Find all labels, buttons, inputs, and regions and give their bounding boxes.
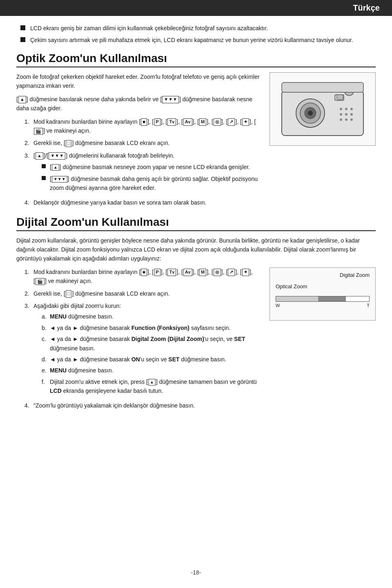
dijital-step-4: 4. "Zoom'lu görüntüyü yakalamak için dek…: [24, 401, 261, 410]
dijital-zoom-content: 1. Mod kadranını bunlardan birine ayarla…: [16, 267, 376, 414]
optik-zoom-title: Optik Zoom'un Kullanılması: [16, 52, 376, 67]
alpha-a-label: a.: [42, 312, 50, 321]
alpha-a: a. MENU düğmesine basın.: [42, 312, 261, 321]
alpha-c-text: ◄ ya da ► düğmesine basarak Digital Zoom…: [50, 334, 261, 353]
svg-point-12: [345, 113, 347, 116]
optik-sub-bullets: [▲] düğmesine basmak nesneye zoom yapar …: [33, 163, 261, 192]
zoom-diagram-box: Digital Zoom Optical Zoom W T: [270, 267, 376, 321]
dijital-steps: 1. Mod kadranını bunlardan birine ayarla…: [16, 267, 261, 410]
dijital-intro: Dijital zoom kullanılarak, görüntü geniş…: [16, 236, 376, 263]
svg-point-8: [340, 108, 342, 110]
d-step2-num: 2.: [24, 289, 33, 298]
intro-text-1: LCD ekranı geniş bir zaman dilimi için k…: [30, 24, 268, 33]
step4-text: Deklanşör düğmesine yarıya kadar basın v…: [33, 198, 206, 207]
main-content: LCD ekranı geniş bir zaman dilimi için k…: [0, 16, 392, 434]
d-step4-text: "Zoom'lu görüntüyü yakalamak için deklan…: [33, 401, 195, 410]
digital-zoom-fill: [318, 296, 346, 301]
step1-num: 1.: [24, 117, 33, 126]
svg-point-15: [345, 118, 347, 121]
d-step3-text: Aşağıdaki gibi dijital zoom'u kurun: a. …: [33, 301, 261, 398]
svg-point-11: [340, 113, 342, 116]
zoom-in2-icon: ▲: [36, 152, 43, 159]
zoom-w-label: W: [276, 303, 280, 308]
d-step1-text: Mod kadranını bunlardan birine ayarlayın…: [33, 267, 253, 286]
sub-bullet-2: [▼▼▼] düğmesine basmak daha geniş açılı …: [42, 174, 261, 193]
movie-icon: 🎬: [34, 128, 43, 135]
alpha-a-text: MENU düğmesine basın.: [50, 312, 114, 321]
d-star-icon: ✦: [242, 269, 249, 276]
sub-bullet-text-2: [▼▼▼] düğmesine basmak daha geniş açılı …: [50, 174, 261, 193]
d-portrait-icon: ↗: [228, 269, 235, 276]
alpha-b-label: b.: [42, 323, 50, 332]
optik-step-2: 2. Gerekli ise, [□] düğmesine basarak LC…: [24, 138, 261, 147]
auto-icon: ■: [141, 118, 147, 125]
portrait-icon: ↗: [228, 118, 235, 125]
optik-zoom-content: Zoom ile fotoğraf çekerken objektif hare…: [16, 72, 376, 212]
optik-step-1: 1. Mod kadranını bunlardan birine ayarla…: [24, 117, 261, 136]
zoom-bar-labels: W T: [276, 303, 370, 308]
alpha-f-text: Dijital zoom'u aktive etmek için, press …: [50, 377, 261, 396]
zoom-t-label: T: [367, 303, 370, 308]
optical-zoom-label: Optical Zoom: [276, 283, 307, 290]
zoom-out2-icon: ▼▼▼: [49, 152, 65, 159]
alpha-b: b. ◄ ya da ► düğmesine basarak Function …: [42, 323, 261, 332]
av-icon: Av: [183, 118, 192, 125]
d-step2-text: Gerekli ise, [□] düğmesine basarak LCD e…: [33, 289, 169, 298]
bullet-icon-1: [20, 25, 25, 30]
tv-icon: Tv: [167, 118, 176, 125]
svg-point-4: [308, 111, 313, 116]
zoom-diagram: Digital Zoom Optical Zoom W T: [270, 267, 376, 321]
page-footer: -18-: [0, 561, 392, 584]
d-auto-icon: ■: [141, 269, 147, 276]
optik-step-3: 3. [▲]/[▼▼▼] düğmelerini kullanarak foto…: [24, 151, 261, 195]
optik-intro1: Zoom ile fotoğraf çekerken objektif hare…: [16, 72, 261, 91]
optik-intro3: [▲] düğmesine basılarak nesne daha yakın…: [16, 95, 261, 113]
optik-steps: 1. Mod kadranını bunlardan birine ayarla…: [16, 117, 261, 207]
d-movie-icon: 🎬: [36, 278, 45, 285]
zoom-bar-container: W T: [276, 296, 370, 308]
svg-point-13: [350, 113, 353, 116]
camera-svg: [278, 78, 368, 140]
step3-text: [▲]/[▼▼▼] düğmelerini kullanarak fotoğra…: [33, 151, 261, 195]
m-icon: M: [199, 118, 206, 125]
lcd-icon: □: [66, 140, 72, 147]
svg-point-16: [350, 118, 353, 121]
zoom-bar-track: [276, 296, 370, 302]
d-step4-num: 4.: [24, 401, 33, 410]
zoom-in-icon: ▲: [18, 96, 26, 103]
dijital-step-1: 1. Mod kadranını bunlardan birine ayarla…: [24, 267, 261, 286]
intro-bullet-1: LCD ekranı geniş bir zaman dilimi için k…: [20, 24, 376, 33]
svg-point-14: [340, 118, 342, 121]
step4-num: 4.: [24, 198, 33, 207]
alpha-f-label: f.: [42, 377, 50, 386]
alpha-f: f. Dijital zoom'u aktive etmek için, pre…: [42, 377, 261, 396]
optik-zoom-text: Zoom ile fotoğraf çekerken objektif hare…: [16, 72, 261, 212]
page-header: Türkçe: [0, 0, 392, 16]
alpha-c: c. ◄ ya da ► düğmesine basarak Digital Z…: [42, 334, 261, 353]
step3-num: 3.: [24, 151, 33, 160]
step2-text: Gerekli ise, [□] düğmesine basarak LCD e…: [33, 138, 169, 147]
step2-num: 2.: [24, 138, 33, 147]
dijital-alpha-list: a. MENU düğmesine basın. b. ◄ ya da ► dü…: [33, 312, 261, 395]
alpha-e-text: MENU düğmesine basın.: [50, 366, 114, 375]
d-p-icon: P: [154, 269, 160, 276]
alpha-d-text: ◄ ya da ► düğmesine basarak ON'u seçin v…: [50, 355, 226, 364]
d-step3-num: 3.: [24, 301, 33, 310]
camera-image-box: [270, 72, 376, 146]
digital-zoom-label: Digital Zoom: [340, 272, 370, 278]
dijital-zoom-title: Dijital Zoom'un Kullanılması: [16, 216, 376, 231]
alpha-d: d. ◄ ya da ► düğmesine basarak ON'u seçi…: [42, 355, 261, 364]
camera-diagram: [270, 72, 376, 146]
sub-bullet-1: [▲] düğmesine basmak nesneye zoom yapar …: [42, 163, 261, 172]
svg-point-9: [345, 108, 347, 110]
zoom-in3-icon: ▲: [52, 164, 59, 171]
alpha-b-text: ◄ ya da ► düğmesine basarak Function (Fo…: [50, 323, 230, 332]
p-icon: P: [154, 118, 160, 125]
header-title: Türkçe: [353, 3, 380, 12]
alpha-d-label: d.: [42, 355, 50, 364]
zoom-activate-icon: ▲: [148, 379, 156, 385]
intro-section: LCD ekranı geniş bir zaman dilimi için k…: [16, 24, 376, 45]
scene-icon: ◎: [214, 118, 221, 125]
intro-text-2: Çekim sayısını artırmak ve pili muhafaza…: [30, 36, 353, 45]
d-av-icon: Av: [183, 269, 192, 276]
